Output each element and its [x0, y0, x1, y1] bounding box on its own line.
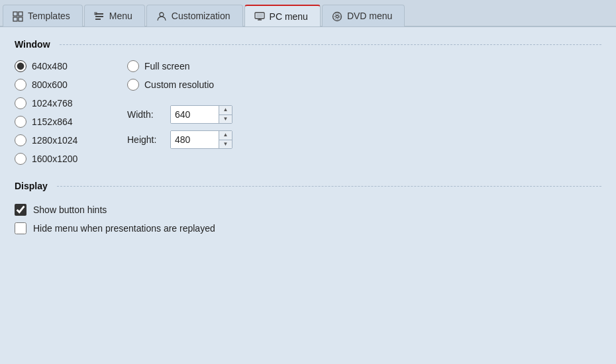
radio-800[interactable]: 800x600 [15, 77, 121, 92]
tab-menu-label: Menu [109, 11, 132, 21]
tab-pc-menu[interactable]: PC menu [244, 5, 321, 26]
window-section-title: Window [15, 39, 50, 50]
height-spin-buttons: ▲ ▼ [219, 131, 232, 148]
display-section-title: Display [15, 181, 48, 191]
tab-customization[interactable]: Customization [146, 5, 243, 26]
content-area: Window 640x480 800x600 1 [0, 27, 616, 364]
radio-1152-label: 1152x864 [32, 116, 73, 127]
svg-rect-10 [256, 14, 263, 17]
tab-bar: Templates Menu Customization [0, 0, 616, 27]
height-label: Height: [127, 134, 164, 145]
tab-customization-label: Customization [172, 11, 231, 21]
tab-menu[interactable]: Menu [84, 5, 145, 26]
grid-icon [13, 11, 23, 22]
radio-1024-input[interactable] [15, 97, 26, 109]
checkbox-hide-menu[interactable]: Hide menu when presentations are replaye… [15, 219, 601, 238]
person-icon [156, 11, 167, 22]
tab-pc-menu-label: PC menu [270, 11, 308, 22]
height-down-button[interactable]: ▼ [219, 140, 232, 149]
radio-custom-label: Custom resolutio [144, 79, 214, 90]
svg-point-8 [160, 13, 164, 17]
radio-1600-label: 1600x1200 [32, 154, 77, 164]
tab-templates-label: Templates [28, 11, 70, 21]
radio-fullscreen[interactable]: Full screen [127, 59, 232, 73]
radio-1024-label: 1024x768 [32, 98, 73, 109]
svg-rect-0 [13, 12, 17, 16]
resolution-radio-column: 640x480 800x600 1024x768 1152x864 [15, 59, 121, 166]
svg-point-13 [334, 13, 340, 19]
radio-custom[interactable]: Custom resolutio [127, 77, 232, 92]
svg-rect-5 [95, 16, 103, 17]
radio-1280-label: 1280x1024 [32, 135, 77, 146]
svg-rect-3 [19, 17, 23, 21]
svg-rect-6 [95, 19, 101, 20]
disc-icon [332, 11, 342, 22]
radio-640-label: 640x480 [32, 61, 68, 71]
window-section-header: Window [15, 39, 601, 50]
radio-1280-input[interactable] [15, 134, 26, 146]
tab-dvd-menu[interactable]: DVD menu [322, 5, 405, 26]
height-input[interactable] [171, 131, 219, 148]
menu-icon [94, 11, 105, 22]
radio-640-input[interactable] [15, 60, 26, 72]
radio-800-input[interactable] [15, 79, 26, 91]
svg-point-12 [336, 15, 338, 18]
radio-fullscreen-input[interactable] [127, 60, 139, 72]
radio-1152[interactable]: 1152x864 [15, 114, 121, 129]
width-input[interactable] [171, 106, 219, 123]
main-container: Templates Menu Customization [0, 0, 616, 364]
tab-dvd-menu-label: DVD menu [347, 11, 392, 21]
show-hints-label: Show button hints [33, 205, 107, 215]
radio-1280[interactable]: 1280x1024 [15, 133, 121, 148]
window-section: Window 640x480 800x600 1 [15, 39, 601, 166]
width-up-button[interactable]: ▲ [219, 106, 232, 115]
radio-640[interactable]: 640x480 [15, 59, 121, 73]
radio-1024[interactable]: 1024x768 [15, 96, 121, 111]
height-row: Height: ▲ ▼ [127, 130, 232, 149]
radio-custom-input[interactable] [127, 79, 139, 91]
display-section: Display Show button hints Hide menu when… [15, 181, 601, 238]
hide-menu-label: Hide menu when presentations are replaye… [33, 223, 215, 234]
radio-1152-input[interactable] [15, 116, 26, 128]
width-spinbox[interactable]: ▲ ▼ [170, 105, 232, 124]
hide-menu-checkbox[interactable] [15, 222, 26, 234]
window-options: 640x480 800x600 1024x768 1152x864 [15, 59, 601, 166]
show-hints-checkbox[interactable] [15, 204, 26, 216]
width-spin-buttons: ▲ ▼ [219, 106, 232, 123]
svg-rect-1 [19, 12, 23, 16]
width-down-button[interactable]: ▼ [219, 115, 232, 124]
radio-1600[interactable]: 1600x1200 [15, 152, 121, 166]
window-divider [60, 44, 601, 45]
radio-fullscreen-label: Full screen [144, 61, 189, 71]
width-label: Width: [127, 109, 164, 120]
radio-800-label: 800x600 [32, 79, 68, 90]
right-column: Full screen Custom resolutio Width: ▲ [127, 59, 232, 166]
tab-templates[interactable]: Templates [3, 5, 83, 26]
svg-rect-2 [13, 17, 17, 21]
checkbox-show-hints[interactable]: Show button hints [15, 201, 601, 219]
width-row: Width: ▲ ▼ [127, 105, 232, 124]
height-spinbox[interactable]: ▲ ▼ [170, 130, 232, 149]
monitor-icon [254, 11, 265, 22]
radio-1600-input[interactable] [15, 153, 26, 165]
extra-radio-options: Full screen Custom resolutio [127, 59, 232, 92]
height-up-button[interactable]: ▲ [219, 131, 232, 140]
display-section-header: Display [15, 181, 601, 191]
display-divider [57, 186, 601, 187]
